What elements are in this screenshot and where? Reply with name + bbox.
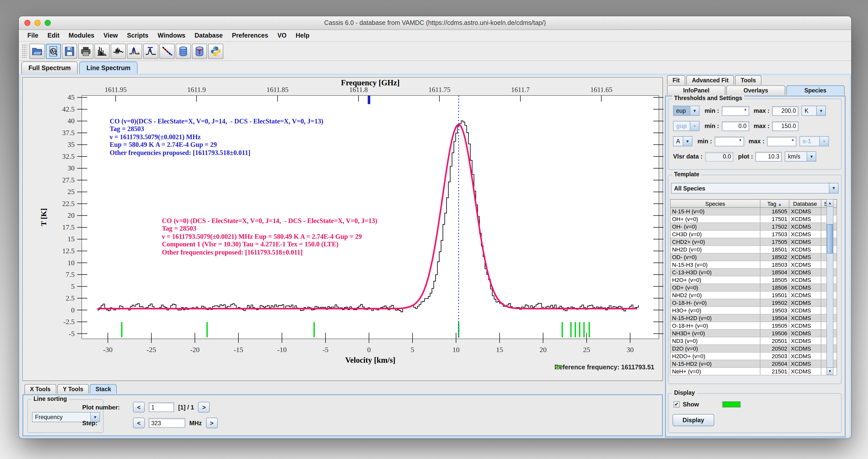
view-file-button[interactable] <box>46 44 61 59</box>
tab-line-spectrum[interactable]: Line Spectrum <box>80 61 138 74</box>
species-color-swatch[interactable] <box>722 401 741 407</box>
gup-min-input[interactable]: 0.0 <box>721 121 749 131</box>
print-button[interactable] <box>78 44 93 59</box>
species-row[interactable]: CHD2+ (v=0)17505XCDMS✔ <box>670 238 837 246</box>
undo-reference-icon[interactable] <box>555 364 564 372</box>
toolbar-grip[interactable] <box>22 44 27 58</box>
species-row[interactable]: H2DO+ (v=0)20503XCDMS✔ <box>670 352 837 360</box>
species-row[interactable]: OH- (v=0)17502XCDMS✔ <box>670 223 837 230</box>
species-row[interactable]: N-15-H3 (v=0)18503XCDMS✔ <box>670 261 837 268</box>
tab-tools[interactable]: Tools <box>735 75 762 85</box>
species-row[interactable]: H2O+ (v=0)18505XCDMS✔ <box>670 276 837 284</box>
display-button[interactable]: Display <box>673 414 714 426</box>
template-combo[interactable]: All Species ▼ <box>671 183 839 194</box>
species-row[interactable]: NH3D+ (v=0)19506XCDMS✔ <box>670 329 837 337</box>
species-row[interactable]: N-15-HD2 (v=0)20504XCDMS✔ <box>670 360 837 368</box>
species-row[interactable]: OD- (v=0)18502XCDMS✔ <box>670 253 837 261</box>
column-header-species[interactable]: Species <box>670 199 760 207</box>
vlsr-plot-input[interactable]: 10.3 <box>755 152 782 161</box>
menu-vo[interactable]: VO <box>273 32 291 39</box>
svg-text:1611.8: 1611.8 <box>349 86 368 93</box>
menu-preferences[interactable]: Preferences <box>227 32 273 39</box>
species-row[interactable]: NHD2 (v=0)19501XCDMS✔ <box>670 291 837 299</box>
gup-max-input[interactable]: 150.0 <box>772 121 799 131</box>
show-checkbox[interactable]: ✔ <box>674 401 680 407</box>
zoom-button[interactable] <box>45 20 51 26</box>
species-table-scrollbar[interactable]: ▲ ▼ <box>826 199 834 375</box>
tab-x-tools[interactable]: X Tools <box>24 384 56 394</box>
species-row[interactable]: CH3D (v=0)17503XCDMS✔ <box>670 230 837 238</box>
step-next-button[interactable]: > <box>206 418 218 428</box>
gup-param-combo: gup▼ <box>673 121 700 131</box>
database-button[interactable] <box>176 44 191 59</box>
eup-param-combo[interactable]: eup▼ <box>673 106 700 116</box>
minimize-button[interactable] <box>34 20 41 26</box>
aij-row: A▼ min : * max : * s-1▼ <box>673 136 829 146</box>
menu-scripts[interactable]: Scripts <box>122 32 153 39</box>
species-row[interactable]: O-18-H+ (v=0)19505XCDMS✔ <box>670 322 837 329</box>
species-row[interactable]: OH+ (v=0)17501XCDMS✔ <box>670 215 837 223</box>
eup-unit-combo[interactable]: K▼ <box>802 106 826 116</box>
plot-number-input[interactable]: 1 <box>149 402 174 412</box>
column-header-tag[interactable]: Tag▲ <box>760 199 789 207</box>
full-spectrum-button[interactable] <box>94 44 110 59</box>
eup-min-input[interactable]: * <box>721 106 749 116</box>
species-database-cell: XCDMS <box>789 276 821 284</box>
scroll-down-icon[interactable]: ▼ <box>827 367 833 374</box>
aij-max-input[interactable]: * <box>767 136 797 146</box>
spectrum-chart[interactable]: Frequency [GHz]Velocity [km/s]T [K]1611.… <box>23 78 663 381</box>
line-analysis-button[interactable] <box>127 44 142 59</box>
species-name-cell: H2O+ (v=0) <box>670 276 760 284</box>
tab-advanced-fit[interactable]: Advanced Fit <box>686 75 734 85</box>
plot-next-button[interactable]: > <box>198 402 210 412</box>
species-row[interactable]: C-13-H3D (v=0)18504XCDMS✔ <box>670 268 837 276</box>
species-row[interactable]: ND3 (v=0)20501XCDMS✔ <box>670 337 837 345</box>
open-button[interactable] <box>29 44 45 59</box>
species-row[interactable]: NH2D (v=0)18501XCDMS✔ <box>670 246 837 253</box>
tab-overlays[interactable]: Overlays <box>726 85 785 95</box>
step-input[interactable]: 323 <box>149 418 185 428</box>
menu-help[interactable]: Help <box>291 32 314 39</box>
column-header-database[interactable]: Database <box>789 199 821 207</box>
species-table: SpeciesTag▲DatabaseSel. N-15-H (v=0)1650… <box>670 199 837 375</box>
chevron-down-icon[interactable]: ▼ <box>829 183 838 193</box>
spectrum-plot-panel[interactable]: Frequency [GHz]Velocity [km/s]T [K]1611.… <box>22 77 663 381</box>
menu-view[interactable]: View <box>99 32 123 39</box>
tab-fit[interactable]: Fit <box>667 75 685 85</box>
tab-infopanel[interactable]: InfoPanel <box>667 85 725 95</box>
species-name-cell: CH3D (v=0) <box>670 230 760 238</box>
tab-species[interactable]: Species <box>786 85 845 95</box>
species-row[interactable]: NeH+ (v=0)21501XCDMS✔ <box>670 368 837 375</box>
scrollbar-thumb[interactable] <box>827 224 833 254</box>
species-row[interactable]: N-15-H2D (v=0)19504XCDMS✔ <box>670 314 837 322</box>
menu-modules[interactable]: Modules <box>64 32 99 39</box>
species-row[interactable]: OD+ (v=0)18506XCDMS✔ <box>670 284 837 291</box>
step-prev-button[interactable]: < <box>133 418 145 428</box>
rotational-diagram-button[interactable] <box>159 44 175 59</box>
species-row[interactable]: D2O (v=0)20502XCDMS✔ <box>670 345 837 352</box>
vlsr-unit-combo[interactable]: km/s▼ <box>785 151 816 162</box>
svg-text:1611.7: 1611.7 <box>511 86 530 93</box>
save-button[interactable] <box>62 44 77 59</box>
species-row[interactable]: N-15-H (v=0)16505XCDMS✔ <box>670 207 837 215</box>
eup-max-input[interactable]: 200.0 <box>772 106 799 116</box>
species-row[interactable]: H3O+ (v=0)19503XCDMS✔ <box>670 307 837 314</box>
thresholds-title: Thresholds and Settings <box>672 95 744 101</box>
menu-windows[interactable]: Windows <box>153 32 190 39</box>
aij-min-input[interactable]: * <box>714 136 744 146</box>
line-spectrum-button[interactable] <box>111 44 126 59</box>
tab-full-spectrum[interactable]: Full Spectrum <box>21 61 78 74</box>
scroll-up-icon[interactable]: ▲ <box>827 200 833 207</box>
fit-spectrum-button[interactable] <box>143 44 158 59</box>
menu-edit[interactable]: Edit <box>43 32 64 39</box>
menu-database[interactable]: Database <box>190 32 227 39</box>
tab-stack[interactable]: Stack <box>90 384 117 394</box>
tab-y-tools[interactable]: Y Tools <box>57 384 89 394</box>
aij-param-combo[interactable]: A▼ <box>673 136 692 146</box>
menu-file[interactable]: File <box>23 32 43 39</box>
plot-prev-button[interactable]: < <box>133 402 145 412</box>
close-button[interactable] <box>24 20 30 26</box>
python-scripts-button[interactable] <box>208 44 223 59</box>
database-fit-button[interactable] <box>192 44 207 59</box>
species-row[interactable]: O-18-H- (v=0)19502XCDMS✔ <box>670 299 837 307</box>
